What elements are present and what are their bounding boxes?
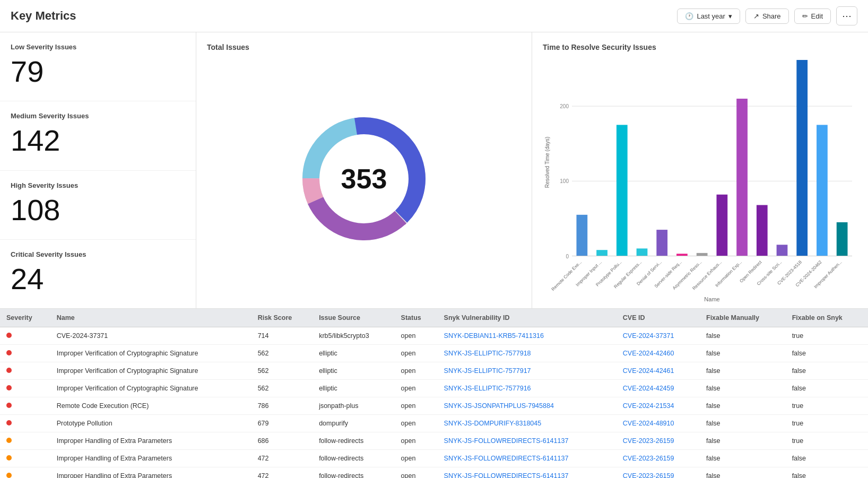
snyk-link[interactable]: SNYK-DEBIAN11-KRB5-7411316 <box>444 332 544 340</box>
col-status[interactable]: Status <box>395 309 438 327</box>
cell-fixable-snyk: false <box>786 467 868 479</box>
cell-fixable-manually: false <box>700 327 786 345</box>
cell-fixable-manually: false <box>700 415 786 432</box>
cell-fixable-snyk: true <box>786 327 868 345</box>
svg-rect-13 <box>576 215 587 256</box>
svg-text:Name: Name <box>704 296 719 302</box>
last-year-label: Last year <box>697 12 725 20</box>
top-bar-actions: 🕐 Last year ▾ ↗ Share ✏ Edit ⋯ <box>677 6 857 25</box>
cell-risk-score: 472 <box>251 450 313 467</box>
svg-rect-31 <box>757 205 768 256</box>
snyk-link[interactable]: SNYK-JS-FOLLOWREDIRECTS-6141137 <box>444 455 569 462</box>
cell-name: Improper Handling of Extra Parameters <box>50 450 251 467</box>
share-button[interactable]: ↗ Share <box>745 8 789 24</box>
cell-snyk-id[interactable]: SNYK-JS-FOLLOWREDIRECTS-6141137 <box>438 432 617 450</box>
donut-container: 353 <box>207 60 521 298</box>
snyk-link[interactable]: SNYK-JS-FOLLOWREDIRECTS-6141137 <box>444 472 569 478</box>
snyk-link[interactable]: SNYK-JS-ELLIPTIC-7577918 <box>444 350 531 357</box>
cve-link[interactable]: CVE-2024-48910 <box>623 420 674 427</box>
cell-snyk-id[interactable]: SNYK-JS-JSONPATHPLUS-7945884 <box>438 397 617 415</box>
cell-cve-id[interactable]: CVE-2024-42460 <box>617 345 700 362</box>
share-icon: ↗ <box>753 12 759 20</box>
cell-fixable-snyk: false <box>786 345 868 362</box>
cell-fixable-manually: false <box>700 467 786 479</box>
col-name[interactable]: Name <box>50 309 251 327</box>
snyk-link[interactable]: SNYK-JS-ELLIPTIC-7577916 <box>444 385 531 392</box>
cve-link[interactable]: CVE-2023-26159 <box>623 472 674 478</box>
more-button[interactable]: ⋯ <box>836 6 857 25</box>
col-fixable-manually[interactable]: Fixable Manually <box>700 309 786 327</box>
cell-snyk-id[interactable]: SNYK-JS-FOLLOWREDIRECTS-6141137 <box>438 450 617 467</box>
cell-snyk-id[interactable]: SNYK-DEBIAN11-KRB5-7411316 <box>438 327 617 345</box>
severity-dot <box>6 455 12 460</box>
severity-dot <box>6 438 12 443</box>
cell-snyk-id[interactable]: SNYK-JS-ELLIPTIC-7577917 <box>438 362 617 380</box>
bar-chart-area: 0100200Resolved Time (days)NameRemote Co… <box>543 60 857 305</box>
table-row: Remote Code Execution (RCE) 786 jsonpath… <box>0 397 868 415</box>
cell-snyk-id[interactable]: SNYK-JS-ELLIPTIC-7577916 <box>438 380 617 397</box>
cell-cve-id[interactable]: CVE-2023-26159 <box>617 450 700 467</box>
cell-issue-source: dompurify <box>313 415 394 432</box>
cell-cve-id[interactable]: CVE-2023-26159 <box>617 432 700 450</box>
col-cve-id[interactable]: CVE ID <box>617 309 700 327</box>
cell-status: open <box>395 362 438 380</box>
cell-issue-source: follow-redirects <box>313 467 394 479</box>
cell-status: open <box>395 432 438 450</box>
share-label: Share <box>762 12 781 20</box>
cell-name: CVE-2024-37371 <box>50 327 251 345</box>
cell-fixable-snyk: false <box>786 362 868 380</box>
col-risk-score[interactable]: Risk Score <box>251 309 313 327</box>
table-header-row: Severity Name Risk Score Issue Source St… <box>0 309 868 327</box>
col-snyk-id[interactable]: Snyk Vulnerability ID <box>438 309 617 327</box>
svg-rect-21 <box>656 230 667 256</box>
snyk-link[interactable]: SNYK-JS-DOMPURIFY-8318045 <box>444 420 542 427</box>
cell-fixable-manually: false <box>700 380 786 397</box>
cell-snyk-id[interactable]: SNYK-JS-DOMPURIFY-8318045 <box>438 415 617 432</box>
ellipsis-icon: ⋯ <box>842 10 852 22</box>
table-row: Improper Verification of Cryptographic S… <box>0 345 868 362</box>
cell-snyk-id[interactable]: SNYK-JS-ELLIPTIC-7577918 <box>438 345 617 362</box>
table-body: CVE-2024-37371 714 krb5/libk5crypto3 ope… <box>0 327 868 479</box>
cell-cve-id[interactable]: CVE-2024-42459 <box>617 380 700 397</box>
metric-high-label: High Severity Issues <box>11 181 185 189</box>
col-issue-source[interactable]: Issue Source <box>313 309 394 327</box>
cve-link[interactable]: CVE-2024-42461 <box>623 367 674 375</box>
snyk-link[interactable]: SNYK-JS-FOLLOWREDIRECTS-6141137 <box>444 437 569 445</box>
edit-label: Edit <box>811 12 823 20</box>
snyk-link[interactable]: SNYK-JS-ELLIPTIC-7577917 <box>444 367 531 375</box>
table-row: Improper Handling of Extra Parameters 68… <box>0 432 868 450</box>
cell-cve-id[interactable]: CVE-2024-21534 <box>617 397 700 415</box>
cell-cve-id[interactable]: CVE-2024-42461 <box>617 362 700 380</box>
cell-status: open <box>395 380 438 397</box>
snyk-link[interactable]: SNYK-JS-JSONPATHPLUS-7945884 <box>444 402 554 410</box>
cve-link[interactable]: CVE-2024-42460 <box>623 350 674 357</box>
cve-link[interactable]: CVE-2023-26159 <box>623 455 674 462</box>
cell-risk-score: 786 <box>251 397 313 415</box>
table-section[interactable]: Severity Name Risk Score Issue Source St… <box>0 309 868 478</box>
col-fixable-snyk[interactable]: Fixable on Snyk <box>786 309 868 327</box>
table-row: Prototype Pollution 679 dompurify open S… <box>0 415 868 432</box>
cell-fixable-manually: false <box>700 345 786 362</box>
clock-icon: 🕐 <box>685 12 693 20</box>
cell-name: Remote Code Execution (RCE) <box>50 397 251 415</box>
svg-text:Resolved Time (days): Resolved Time (days) <box>544 137 550 188</box>
cve-link[interactable]: CVE-2024-21534 <box>623 402 674 410</box>
cell-issue-source: elliptic <box>313 380 394 397</box>
cell-issue-source: follow-redirects <box>313 432 394 450</box>
cve-link[interactable]: CVE-2024-37371 <box>623 332 674 340</box>
cell-fixable-snyk: true <box>786 432 868 450</box>
cell-issue-source: jsonpath-plus <box>313 397 394 415</box>
severity-dot <box>6 350 12 355</box>
col-severity[interactable]: Severity <box>0 309 50 327</box>
cve-link[interactable]: CVE-2024-42459 <box>623 385 674 392</box>
edit-button[interactable]: ✏ Edit <box>794 8 831 24</box>
last-year-button[interactable]: 🕐 Last year ▾ <box>677 8 740 24</box>
cell-cve-id[interactable]: CVE-2023-26159 <box>617 467 700 479</box>
cell-snyk-id[interactable]: SNYK-JS-FOLLOWREDIRECTS-6141137 <box>438 467 617 479</box>
severity-dot <box>6 473 12 478</box>
metric-low-value: 79 <box>11 55 185 88</box>
cve-link[interactable]: CVE-2023-26159 <box>623 437 674 445</box>
cell-cve-id[interactable]: CVE-2024-37371 <box>617 327 700 345</box>
metric-critical-value: 24 <box>11 263 185 296</box>
cell-cve-id[interactable]: CVE-2024-48910 <box>617 415 700 432</box>
